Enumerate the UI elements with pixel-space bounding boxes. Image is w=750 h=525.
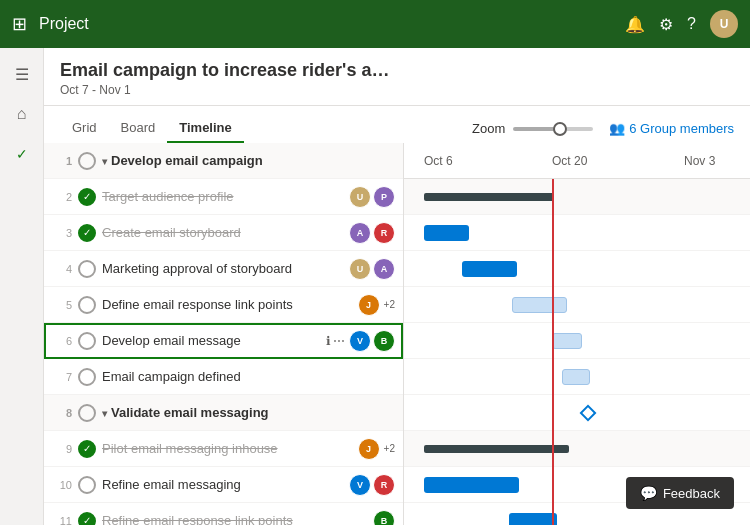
status-empty-icon[interactable] (78, 296, 96, 314)
gantt-row (404, 431, 750, 467)
avatar: R (373, 474, 395, 496)
task-row[interactable]: 9✓Pilot email messaging inhouseJ+2 (44, 431, 403, 467)
group-members[interactable]: 👥 6 Group members (609, 121, 734, 136)
task-name: Refine email messaging (102, 477, 345, 492)
status-empty-icon[interactable] (78, 404, 96, 422)
task-row[interactable]: 1▾Develop email campaign (44, 143, 403, 179)
feedback-label: Feedback (663, 486, 720, 501)
tab-timeline[interactable]: Timeline (167, 114, 244, 143)
row-number: 5 (52, 299, 72, 311)
gantt-bar[interactable] (509, 513, 557, 525)
group-members-icon: 👥 (609, 121, 625, 136)
top-navigation: ⊞ Project 🔔 ⚙ ? U (0, 0, 750, 48)
waffle-icon[interactable]: ⊞ (12, 13, 27, 35)
tab-grid[interactable]: Grid (60, 114, 109, 143)
gantt-bar[interactable] (424, 225, 469, 241)
avatar[interactable]: U (710, 10, 738, 38)
status-empty-icon[interactable] (78, 260, 96, 278)
task-row[interactable]: 2✓Target audience profileUP (44, 179, 403, 215)
avatar: V (349, 330, 371, 352)
date-nov3: Nov 3 (684, 154, 715, 168)
status-empty-icon[interactable] (78, 476, 96, 494)
gantt-diamond (580, 405, 597, 422)
task-row[interactable]: 11✓Refine email response link pointsB (44, 503, 403, 525)
gear-icon[interactable]: ⚙ (659, 15, 673, 34)
gantt-bar[interactable] (424, 445, 569, 453)
page-header: Email campaign to increase rider's aware… (44, 48, 750, 106)
task-row[interactable]: 10Refine email messagingVR (44, 467, 403, 503)
task-row[interactable]: 3✓Create email storyboardAR (44, 215, 403, 251)
task-name: Pilot email messaging inhouse (102, 441, 354, 456)
more-icon[interactable]: ⋯ (333, 334, 345, 348)
task-name: Create email storyboard (102, 225, 345, 240)
gantt-row (404, 359, 750, 395)
help-icon[interactable]: ? (687, 15, 696, 33)
avatar: B (373, 510, 395, 526)
row-number: 1 (52, 155, 72, 167)
avatar: P (373, 186, 395, 208)
project-dates: Oct 7 - Nov 1 (60, 83, 734, 97)
row-number: 6 (52, 335, 72, 347)
today-line (552, 179, 554, 525)
sidebar-home-icon[interactable]: ⌂ (4, 96, 40, 132)
task-row[interactable]: 7Email campaign defined (44, 359, 403, 395)
gantt-bar[interactable] (512, 297, 567, 313)
status-empty-icon[interactable] (78, 368, 96, 386)
gantt-row (404, 215, 750, 251)
avatar-group: VR (349, 474, 395, 496)
zoom-label: Zoom (472, 121, 505, 136)
avatar-group: J+2 (358, 438, 395, 460)
header-toolbar: Grid Board Timeline Zoom 👥 6 Group membe… (44, 106, 750, 143)
row-number: 2 (52, 191, 72, 203)
tab-board[interactable]: Board (109, 114, 168, 143)
task-name: Develop email message (102, 333, 322, 348)
task-list: 1▾Develop email campaign2✓Target audienc… (44, 143, 404, 525)
row-number: 8 (52, 407, 72, 419)
gantt-row (404, 179, 750, 215)
status-done-icon[interactable]: ✓ (78, 512, 96, 526)
chevron-icon: ▾ (102, 408, 107, 419)
avatar: A (349, 222, 371, 244)
sidebar-menu-icon[interactable]: ☰ (4, 56, 40, 92)
row-number: 7 (52, 371, 72, 383)
status-done-icon[interactable]: ✓ (78, 440, 96, 458)
task-row[interactable]: 6Develop email messageℹ⋯VB (44, 323, 403, 359)
status-done-icon[interactable]: ✓ (78, 188, 96, 206)
gantt-row (404, 251, 750, 287)
sidebar-check-icon[interactable]: ✓ (4, 136, 40, 172)
gantt-bar[interactable] (462, 261, 517, 277)
gantt-body (404, 179, 750, 525)
date-oct6: Oct 6 (424, 154, 453, 168)
gantt-bar[interactable] (424, 477, 519, 493)
task-name: Target audience profile (102, 189, 345, 204)
timeline-area: Oct 6 Oct 20 Nov 3 (404, 143, 750, 525)
row-number: 3 (52, 227, 72, 239)
bell-icon[interactable]: 🔔 (625, 15, 645, 34)
feedback-button[interactable]: 💬 Feedback (626, 477, 734, 509)
task-row[interactable]: 4Marketing approval of storyboardUA (44, 251, 403, 287)
gantt-bar[interactable] (562, 369, 590, 385)
app-title: Project (39, 15, 613, 33)
status-empty-icon[interactable] (78, 332, 96, 350)
row-number: 9 (52, 443, 72, 455)
zoom-slider[interactable] (513, 127, 593, 131)
avatar: U (349, 186, 371, 208)
task-row[interactable]: 8▾Validate email messaging (44, 395, 403, 431)
gantt-bar[interactable] (552, 333, 582, 349)
gantt-row (404, 287, 750, 323)
avatar-group: UA (349, 258, 395, 280)
avatar: J (358, 438, 380, 460)
row-number: 4 (52, 263, 72, 275)
avatar: A (373, 258, 395, 280)
avatar-group: VB (349, 330, 395, 352)
avatar: B (373, 330, 395, 352)
status-empty-icon[interactable] (78, 152, 96, 170)
gantt-bar[interactable] (424, 193, 554, 201)
status-done-icon[interactable]: ✓ (78, 224, 96, 242)
avatar: V (349, 474, 371, 496)
avatar-group: J+2 (358, 294, 395, 316)
chevron-icon: ▾ (102, 156, 107, 167)
zoom-control: Zoom (472, 121, 593, 136)
task-row[interactable]: 5Define email response link pointsJ+2 (44, 287, 403, 323)
info-icon[interactable]: ℹ (326, 334, 331, 348)
